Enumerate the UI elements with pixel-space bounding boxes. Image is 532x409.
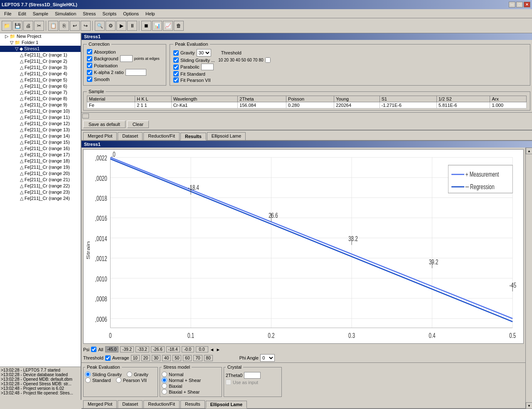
sliding-gravity-radio[interactable] [85,372,91,377]
kalpha-checkbox[interactable] [87,70,92,75]
scrollbar-thumb[interactable] [82,113,89,118]
threshold-extra-checkbox[interactable] [265,57,271,63]
psi-value-4[interactable]: -26.6 [151,346,165,352]
use-as-input-checkbox[interactable] [226,379,231,385]
tab-bottom-merged-plot[interactable]: Merged Plot [83,400,117,408]
toolbar-btn-10[interactable]: ▶ [116,21,126,31]
menu-item-file[interactable]: File [1,10,15,17]
tab-bottom-dataset[interactable]: Dataset [118,400,143,408]
toolbar-btn-15[interactable]: 🗑 [174,21,184,31]
thresh-40[interactable]: 40 [162,355,171,361]
menu-item-options[interactable]: Options [120,10,142,17]
tree-range-item[interactable]: △ Fe[211]_Cr (range 2) [0,58,81,64]
tab-dataset[interactable]: Dataset [118,132,143,140]
menu-item-edit[interactable]: Edit [15,10,30,17]
psi-left-arrow[interactable]: ◄ [210,347,214,352]
tree-range-item[interactable]: △ Fe[211]_Cr (range 6) [0,83,81,89]
psi-value-2[interactable]: -39.2 [120,346,134,352]
maximize-button[interactable]: □ [516,2,523,7]
standard-radio[interactable] [85,377,91,383]
toolbar-btn-13[interactable]: 📊 [152,21,162,31]
tree-range-item[interactable]: △ Fe[211]_Cr (range 10) [0,108,81,114]
smooth-checkbox[interactable] [87,76,92,82]
minimize-button[interactable]: ─ [509,2,515,7]
right-scrollbar[interactable]: ▲ ▼ [525,148,532,409]
biaxial-shear-radio[interactable] [162,389,167,394]
threshold-average-checkbox[interactable] [105,355,111,361]
toolbar-btn-11[interactable]: ⏸ [127,21,137,31]
toolbar-btn-2[interactable]: 🖨 [23,21,33,31]
tree-range-item[interactable]: △ Fe[211]_Cr (range 22) [0,183,81,189]
tree-range-item[interactable]: △ Fe[211]_Cr (range 13) [0,127,81,133]
tab-results[interactable]: Results [180,133,206,140]
kalpha-value[interactable]: 0.50 [126,69,146,76]
tab-bottom-ellipsoid-lame[interactable]: Ellipsoid Lame [206,401,247,409]
psi-value-5[interactable]: -18.4 [166,346,180,352]
absorption-checkbox[interactable] [87,49,92,54]
gravity-radio[interactable] [127,372,132,377]
scroll-down-button[interactable]: ▼ [526,402,532,409]
tree-range-item[interactable]: △ Fe[211]_Cr (range 4) [0,71,81,77]
sliding-gravity-checkbox[interactable] [173,57,179,63]
clear-button[interactable]: Clear [127,121,149,128]
tree-range-item[interactable]: △ Fe[211]_Cr (range 16) [0,145,81,152]
psi-all-checkbox[interactable] [91,347,96,352]
biaxial-radio[interactable] [162,383,167,389]
toolbar-btn-9[interactable]: ⚙ [106,21,116,31]
tree-range-item[interactable]: △ Fe[211]_Cr (range 12) [0,121,81,127]
tree-range-item[interactable]: △ Fe[211]_Cr (range 5) [0,77,81,83]
twotheta0-input[interactable]: /- [244,372,261,379]
menu-item-stress[interactable]: Stress [79,10,99,17]
toolbar-btn-4[interactable]: 📋 [48,21,58,31]
pearson-radio[interactable] [116,377,121,383]
toolbar-btn-5[interactable]: ⎘ [59,21,69,31]
polarisation-checkbox[interactable] [87,63,92,68]
toolbar-btn-8[interactable]: 🔍 [95,21,105,31]
thresh-10[interactable]: 10 [131,355,140,361]
close-button[interactable]: ✕ [524,2,530,7]
tree-folder[interactable]: ▽ 📁 Folder 1 [0,39,81,46]
thresh-30[interactable]: 30 [152,355,160,361]
tree-stress-node[interactable]: ▽ ◆ Stress1 [0,46,81,52]
toolbar-btn-6[interactable]: ↩ [70,21,80,31]
phi-angle-select[interactable]: 04590 [260,354,275,362]
thresh-60[interactable]: 60 [183,355,192,361]
menu-item-scripts[interactable]: Scripts [99,10,120,17]
thresh-20[interactable]: 20 [141,355,150,361]
tab-bottom-results[interactable]: Results [180,400,205,408]
fit-standard-checkbox[interactable] [173,71,179,76]
normal-radio[interactable] [162,372,167,377]
fit-pearson-checkbox[interactable] [173,77,179,83]
thresh-50[interactable]: 50 [172,355,181,361]
tab-reduction/fit[interactable]: Reduction/Fit [143,132,180,140]
sample-scrollbar[interactable] [81,112,532,119]
thresh-70[interactable]: 70 [193,355,202,361]
tree-range-item[interactable]: △ Fe[211]_Cr (range 14) [0,133,81,139]
tree-range-item[interactable]: △ Fe[211]_Cr (range 9) [0,102,81,108]
gravity-checkbox[interactable] [173,50,179,56]
tree-range-item[interactable]: △ Fe[211]_Cr (range 11) [0,114,81,121]
toolbar-btn-14[interactable]: 📈 [163,21,173,31]
scroll-track[interactable] [526,154,532,402]
psi-value-7[interactable]: 0.0 [196,346,208,352]
background-checkbox[interactable] [87,56,92,62]
menu-item-help[interactable]: Help [142,10,158,17]
tab-merged-plot[interactable]: Merged Plot [83,132,117,140]
psi-value-3[interactable]: -33.2 [135,346,149,352]
tree-range-item[interactable]: △ Fe[211]_Cr (range 3) [0,64,81,71]
toolbar-btn-12[interactable]: ⏹ [141,21,151,31]
background-value[interactable]: 5 [120,55,133,62]
tab-bottom-reduction/fit[interactable]: Reduction/Fit [143,400,180,408]
tree-range-item[interactable]: △ Fe[211]_Cr (range 8) [0,96,81,102]
tree-range-item[interactable]: △ Fe[211]_Cr (range 23) [0,189,81,195]
normal-shear-radio[interactable] [162,377,167,383]
tab-ellipsoid-lame[interactable]: Ellipsoid Lame [207,132,246,140]
tree-range-item[interactable]: △ Fe[211]_Cr (range 15) [0,139,81,145]
tree-range-item[interactable]: △ Fe[211]_Cr (range 17) [0,152,81,158]
parabolic-checkbox[interactable] [173,64,179,70]
tree-range-item[interactable]: △ Fe[211]_Cr (range 21) [0,177,81,183]
tree-range-item[interactable]: △ Fe[211]_Cr (range 1) [0,52,81,58]
toolbar-btn-0[interactable]: 📁 [2,21,12,31]
gravity-select[interactable]: 30102040 [197,49,211,57]
psi-value-6[interactable]: -0.0 [182,346,194,352]
